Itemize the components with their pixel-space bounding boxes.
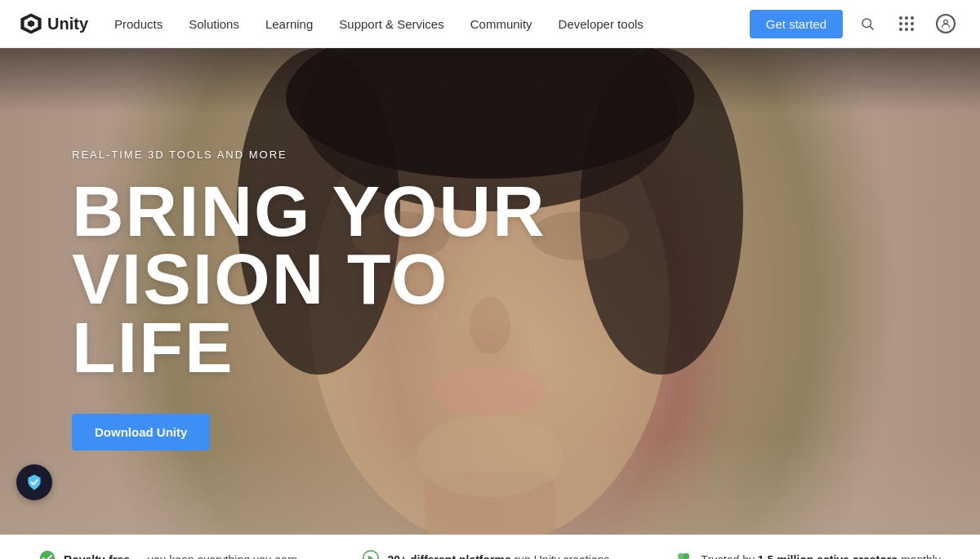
nav-actions: Get started (750, 9, 960, 38)
svg-point-5 (944, 20, 948, 24)
stat-text-platforms: 20+ different platforms run Unity creati… (387, 553, 609, 560)
stat-text-royalty: Royalty-free — you keep everything you e… (64, 553, 297, 560)
get-started-button[interactable]: Get started (750, 10, 843, 38)
search-icon (860, 16, 875, 31)
shield-icon (25, 473, 43, 491)
nav-item-support[interactable]: Support & Services (326, 0, 457, 48)
download-unity-button[interactable]: Download Unity (72, 414, 210, 450)
unity-logo-icon (20, 12, 42, 35)
user-button[interactable] (931, 9, 960, 38)
stat-rest-platforms: run Unity creations (511, 553, 610, 560)
nav-item-devtools[interactable]: Developer tools (546, 0, 657, 48)
stat-rest-creators: monthly (898, 553, 941, 560)
brand-name: Unity (47, 15, 88, 33)
user-icon (936, 14, 956, 33)
checkmark-icon (39, 550, 56, 560)
stat-bold-creators: 1.5 million active creators (758, 553, 898, 560)
grid-button[interactable] (892, 9, 921, 38)
stat-bold-royalty: Royalty-free (64, 553, 130, 560)
stats-bar: Royalty-free — you keep everything you e… (0, 535, 980, 559)
stat-item-creators: Trusted by 1.5 million active creators m… (675, 550, 941, 560)
svg-point-3 (862, 19, 871, 28)
hero-section: REAL-TIME 3D TOOLS AND MORE BRING YOUR V… (0, 48, 980, 535)
stat-item-platforms: 20+ different platforms run Unity creati… (363, 550, 609, 560)
float-badge[interactable] (16, 464, 52, 500)
search-button[interactable] (853, 9, 882, 38)
hero-content: REAL-TIME 3D TOOLS AND MORE BRING YOUR V… (72, 48, 562, 535)
nav-links: Products Solutions Learning Support & Se… (101, 0, 750, 48)
stat-item-royalty: Royalty-free — you keep everything you e… (39, 550, 297, 560)
nav-item-solutions[interactable]: Solutions (176, 0, 252, 48)
nav-item-products[interactable]: Products (101, 0, 176, 48)
svg-line-4 (870, 26, 873, 29)
nav-item-learning[interactable]: Learning (252, 0, 326, 48)
svg-point-17 (40, 550, 55, 559)
stat-text-creators: Trusted by 1.5 million active creators m… (701, 553, 941, 560)
hero-title-line2: VISION TO LIFE (72, 238, 448, 388)
nav-item-community[interactable]: Community (457, 0, 546, 48)
creators-icon (675, 550, 693, 560)
stat-rest-royalty: — you keep everything you earn (130, 553, 297, 560)
grid-dots-icon (899, 16, 915, 32)
brand-logo[interactable]: Unity (20, 12, 88, 35)
hero-subtitle: REAL-TIME 3D TOOLS AND MORE (72, 149, 562, 161)
platforms-icon (363, 550, 379, 560)
svg-point-20 (684, 552, 690, 559)
hero-title: BRING YOUR VISION TO LIFE (72, 177, 562, 382)
stat-bold-platforms: 20+ different platforms (387, 553, 510, 560)
navbar: Unity Products Solutions Learning Suppor… (0, 0, 980, 48)
